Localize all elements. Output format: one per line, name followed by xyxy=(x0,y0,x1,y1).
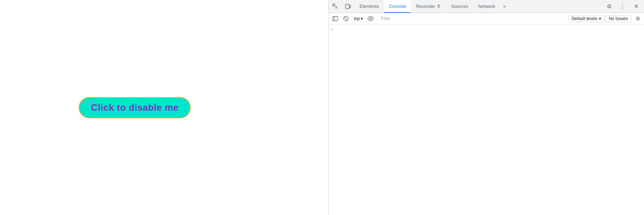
main-page: Click to disable me xyxy=(0,0,328,215)
devtools-panel: Elements Console Recorder 🎙 Sources Netw… xyxy=(328,0,644,215)
console-sidebar-toggle[interactable] xyxy=(330,14,340,23)
tab-console[interactable]: Console xyxy=(384,0,411,13)
tab-network[interactable]: Network xyxy=(473,0,501,13)
svg-rect-0 xyxy=(333,4,335,6)
tab-sources[interactable]: Sources xyxy=(446,0,473,13)
svg-rect-2 xyxy=(350,5,351,8)
console-content: › xyxy=(329,24,644,215)
top-context-selector[interactable]: top ▾ xyxy=(352,15,365,22)
console-settings-icon[interactable]: ⚙ xyxy=(633,14,643,23)
svg-rect-3 xyxy=(333,16,338,21)
inspect-element-icon[interactable] xyxy=(329,0,342,13)
svg-point-7 xyxy=(370,18,371,19)
console-chevron[interactable]: › xyxy=(332,27,333,32)
svg-line-6 xyxy=(345,17,347,20)
more-options-icon[interactable]: ⋮ xyxy=(616,3,629,10)
default-levels-button[interactable]: Default levels ▾ xyxy=(569,15,604,22)
devtools-right-icons: ⚙ ⋮ ✕ xyxy=(602,0,644,13)
tab-spacer xyxy=(509,0,602,13)
device-mode-icon[interactable] xyxy=(342,0,355,13)
more-tabs-button[interactable]: » xyxy=(500,0,508,13)
clear-console-icon[interactable] xyxy=(341,14,351,23)
live-expressions-icon[interactable] xyxy=(366,14,376,23)
console-toolbar: top ▾ Default levels ▾ No Issues ⚙ xyxy=(329,13,644,24)
console-filter-input[interactable] xyxy=(379,15,565,23)
no-issues-button[interactable]: No Issues xyxy=(605,15,632,22)
tab-recorder[interactable]: Recorder 🎙 xyxy=(411,0,446,13)
devtools-tabbar: Elements Console Recorder 🎙 Sources Netw… xyxy=(329,0,644,13)
close-devtools-icon[interactable]: ✕ xyxy=(630,3,643,10)
tab-elements[interactable]: Elements xyxy=(355,0,384,13)
click-to-disable-button[interactable]: Click to disable me xyxy=(79,97,191,118)
settings-icon[interactable]: ⚙ xyxy=(602,3,615,10)
svg-rect-1 xyxy=(346,4,349,9)
